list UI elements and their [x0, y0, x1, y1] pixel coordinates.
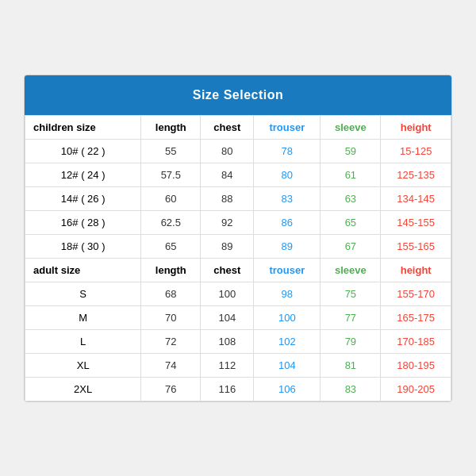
adult-cell-chest: 116 — [201, 377, 254, 401]
adult-cell-trouser: 100 — [254, 305, 321, 329]
adult-col-header-height: height — [381, 258, 451, 282]
adult-data-row: 2XL7611610683190-205 — [25, 377, 451, 401]
table-header: Size Selection — [25, 75, 451, 115]
size-table: children sizelengthchesttrousersleevehei… — [25, 115, 451, 401]
child-cell-length: 57.5 — [141, 163, 201, 186]
adult-data-row: S681009875155-170 — [25, 282, 451, 305]
adult-cell-length: 74 — [141, 353, 201, 377]
child-cell-size: 18# ( 30 ) — [25, 234, 141, 258]
adult-cell-sleeve: 79 — [321, 329, 381, 353]
child-cell-chest: 88 — [201, 186, 254, 210]
adult-cell-chest: 100 — [201, 282, 254, 305]
adult-cell-height: 155-170 — [381, 282, 451, 305]
children-data-row: 18# ( 30 )65898967155-165 — [25, 234, 451, 258]
children-data-row: 16# ( 28 )62.5928665145-155 — [25, 210, 451, 234]
child-cell-trouser: 89 — [254, 234, 321, 258]
header-title: Size Selection — [193, 88, 284, 102]
child-cell-height: 134-145 — [381, 186, 451, 210]
children-col-header-trouser: trouser — [254, 115, 321, 139]
child-cell-length: 55 — [141, 139, 201, 163]
child-cell-height: 125-135 — [381, 163, 451, 186]
adult-cell-length: 70 — [141, 305, 201, 329]
adult-col-header-trouser: trouser — [254, 258, 321, 282]
adult-cell-chest: 112 — [201, 353, 254, 377]
child-cell-chest: 89 — [201, 234, 254, 258]
adult-cell-trouser: 104 — [254, 353, 321, 377]
adult-header-row: adult sizelengthchesttrousersleeveheight — [25, 258, 451, 282]
children-col-header-chest: chest — [201, 115, 254, 139]
adult-col-header-length: length — [141, 258, 201, 282]
child-cell-sleeve: 65 — [321, 210, 381, 234]
child-cell-height: 155-165 — [381, 234, 451, 258]
adult-cell-sleeve: 75 — [321, 282, 381, 305]
child-cell-length: 62.5 — [141, 210, 201, 234]
adult-cell-size: 2XL — [25, 377, 141, 401]
adult-cell-trouser: 106 — [254, 377, 321, 401]
child-cell-length: 60 — [141, 186, 201, 210]
adult-cell-size: L — [25, 329, 141, 353]
adult-cell-trouser: 98 — [254, 282, 321, 305]
child-cell-trouser: 86 — [254, 210, 321, 234]
children-data-row: 14# ( 26 )60888363134-145 — [25, 186, 451, 210]
adult-cell-sleeve: 83 — [321, 377, 381, 401]
child-cell-size: 12# ( 24 ) — [25, 163, 141, 186]
children-data-row: 12# ( 24 )57.5848061125-135 — [25, 163, 451, 186]
child-cell-sleeve: 67 — [321, 234, 381, 258]
adult-cell-chest: 104 — [201, 305, 254, 329]
child-cell-size: 16# ( 28 ) — [25, 210, 141, 234]
child-cell-height: 145-155 — [381, 210, 451, 234]
adult-cell-sleeve: 81 — [321, 353, 381, 377]
adult-col-header-adult-size: adult size — [25, 258, 141, 282]
children-col-header-children-size: children size — [25, 115, 141, 139]
child-cell-length: 65 — [141, 234, 201, 258]
children-col-header-length: length — [141, 115, 201, 139]
adult-data-row: M7010410077165-175 — [25, 305, 451, 329]
adult-cell-size: M — [25, 305, 141, 329]
adult-cell-length: 68 — [141, 282, 201, 305]
child-cell-sleeve: 59 — [321, 139, 381, 163]
adult-cell-height: 165-175 — [381, 305, 451, 329]
child-cell-trouser: 78 — [254, 139, 321, 163]
adult-cell-height: 190-205 — [381, 377, 451, 401]
child-cell-trouser: 80 — [254, 163, 321, 186]
children-col-header-sleeve: sleeve — [321, 115, 381, 139]
children-col-header-height: height — [381, 115, 451, 139]
child-cell-trouser: 83 — [254, 186, 321, 210]
adult-cell-chest: 108 — [201, 329, 254, 353]
adult-col-header-sleeve: sleeve — [321, 258, 381, 282]
child-cell-size: 10# ( 22 ) — [25, 139, 141, 163]
children-header-row: children sizelengthchesttrousersleevehei… — [25, 115, 451, 139]
adult-cell-height: 170-185 — [381, 329, 451, 353]
adult-cell-size: S — [25, 282, 141, 305]
size-selection-container: Size Selection children sizelengthchestt… — [24, 75, 452, 402]
adult-cell-size: XL — [25, 353, 141, 377]
adult-col-header-chest: chest — [201, 258, 254, 282]
adult-data-row: L7210810279170-185 — [25, 329, 451, 353]
child-cell-chest: 92 — [201, 210, 254, 234]
child-cell-sleeve: 63 — [321, 186, 381, 210]
children-data-row: 10# ( 22 )5580785915-125 — [25, 139, 451, 163]
adult-cell-height: 180-195 — [381, 353, 451, 377]
adult-data-row: XL7411210481180-195 — [25, 353, 451, 377]
adult-cell-trouser: 102 — [254, 329, 321, 353]
child-cell-sleeve: 61 — [321, 163, 381, 186]
child-cell-height: 15-125 — [381, 139, 451, 163]
adult-cell-length: 76 — [141, 377, 201, 401]
child-cell-chest: 80 — [201, 139, 254, 163]
child-cell-size: 14# ( 26 ) — [25, 186, 141, 210]
adult-cell-length: 72 — [141, 329, 201, 353]
adult-cell-sleeve: 77 — [321, 305, 381, 329]
child-cell-chest: 84 — [201, 163, 254, 186]
